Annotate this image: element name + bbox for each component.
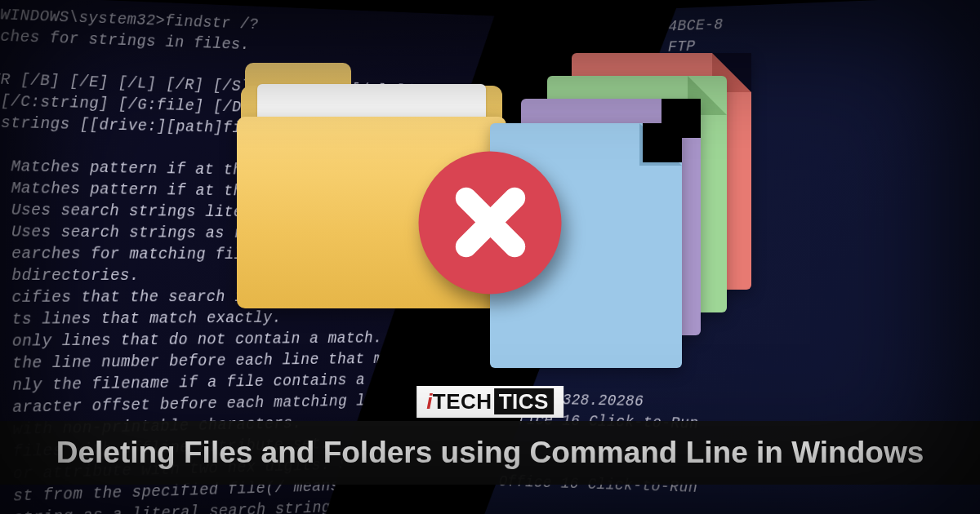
title-bar: Deleting Files and Folders using Command… <box>0 421 980 485</box>
delete-x-icon <box>419 151 562 294</box>
page-title: Deleting Files and Folders using Command… <box>0 436 980 470</box>
logo-suffix: TICS <box>494 388 554 414</box>
hero-graphic <box>204 45 776 388</box>
logo-prefix: i <box>426 389 433 414</box>
logo-mid: TECH <box>433 389 492 414</box>
brand-logo: iTECHTICS <box>416 386 564 418</box>
